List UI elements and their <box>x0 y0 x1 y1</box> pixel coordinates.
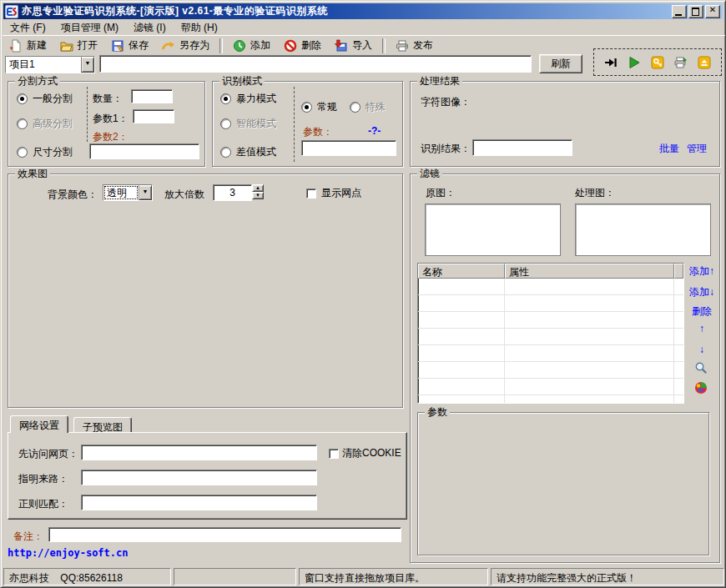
radio-icon <box>301 102 312 113</box>
run-icon[interactable] <box>628 56 641 69</box>
project-select[interactable]: 项目1 <box>5 56 95 73</box>
manage-link[interactable]: 管理 <box>687 142 707 156</box>
referer-label: 指明来路： <box>18 472 68 486</box>
minimize-button[interactable] <box>672 5 687 18</box>
step-into-icon[interactable] <box>604 56 618 69</box>
show-dots-checkbox[interactable]: 显示网点 <box>306 186 361 200</box>
visit-url-input[interactable] <box>81 445 317 460</box>
radio-size-split[interactable]: 尺寸分割 <box>17 145 73 159</box>
radio-diff-mode[interactable]: 差值模式 <box>220 145 276 159</box>
refresh-button[interactable]: 刷新 <box>539 54 582 73</box>
radio-icon <box>220 93 231 104</box>
recog-result-label: 识别结果： <box>421 142 471 156</box>
new-button[interactable]: 新建 <box>3 38 53 53</box>
table-row[interactable] <box>418 295 683 312</box>
eject-icon[interactable] <box>698 56 711 69</box>
save-as-icon <box>162 39 175 53</box>
bg-color-select[interactable]: 透明 <box>103 184 153 201</box>
recognition-mode-group: 识别模式 暴力模式 智能模式 差值模式 常规 特殊 参数： -?- <box>212 81 403 167</box>
filter-move-up-link[interactable]: ↑ <box>684 323 719 334</box>
spinner-down-icon[interactable] <box>252 192 264 199</box>
count-input[interactable] <box>131 89 173 103</box>
effect-title: 效果图 <box>15 168 50 179</box>
filter-add-down-link[interactable]: 添加↓ <box>684 285 719 299</box>
publish-button[interactable]: 发布 <box>389 38 440 53</box>
chevron-down-icon[interactable] <box>81 57 94 73</box>
param-help-link[interactable]: -?- <box>368 125 381 137</box>
open-button[interactable]: 打开 <box>53 38 104 53</box>
column-header-name[interactable]: 名称 <box>418 264 505 279</box>
search-icon[interactable] <box>694 361 708 374</box>
recog-result-input[interactable] <box>472 139 572 156</box>
publish-printer-icon <box>396 39 409 53</box>
toolbar-separator <box>382 38 386 53</box>
zoom-factor-stepper <box>252 184 264 199</box>
result-title: 处理结果 <box>417 75 462 87</box>
tab-network-settings[interactable]: 网络设置 <box>10 415 68 433</box>
save-button[interactable]: 保存 <box>104 38 155 53</box>
tab-sub-preview[interactable]: 子预览图 <box>73 417 132 433</box>
batch-link[interactable]: 批量 <box>659 142 679 156</box>
network-tab-control: 网络设置 子预览图 先访问网页： 清除COOKIE 指明来路： 正则匹配： <box>8 415 407 520</box>
table-row[interactable] <box>418 395 683 404</box>
table-row[interactable] <box>418 379 683 395</box>
table-row[interactable] <box>418 362 683 379</box>
app-window: 亦思专业验证码识别系统-[演示版] v2.61-最专业的验证码识别系统 文件 (… <box>0 0 726 588</box>
clear-cookie-checkbox[interactable]: 清除COOKIE <box>329 446 401 460</box>
radio-special[interactable]: 特殊 <box>350 100 386 114</box>
project-select-value: 项目1 <box>6 57 81 73</box>
chevron-down-icon[interactable] <box>139 185 152 200</box>
filter-delete-link[interactable]: 删除 <box>684 304 719 319</box>
column-header-attr[interactable]: 属性 <box>505 264 674 279</box>
original-image-box <box>425 204 561 256</box>
zoom-factor-input[interactable] <box>213 184 252 201</box>
close-button[interactable] <box>705 5 720 18</box>
radio-smart-mode[interactable]: 智能模式 <box>220 117 276 131</box>
url-input[interactable] <box>99 55 532 73</box>
filter-move-down-link[interactable]: ↓ <box>684 344 719 355</box>
app-logo-icon <box>5 5 18 18</box>
homepage-link[interactable]: http://enjoy-soft.cn <box>8 547 129 559</box>
table-row[interactable] <box>418 312 683 329</box>
param2-input[interactable] <box>89 143 199 159</box>
add-clock-icon <box>233 39 246 53</box>
menu-file[interactable]: 文件 (F) <box>3 19 53 37</box>
recognition-mode-title: 识别模式 <box>219 75 265 87</box>
title-bar[interactable]: 亦思专业验证码识别系统-[演示版] v2.61-最专业的验证码识别系统 <box>3 3 723 19</box>
effect-group: 效果图 背景颜色： 透明 放大倍数 显示网点 <box>8 173 403 408</box>
note-input[interactable] <box>48 527 401 542</box>
bg-color-label: 背景颜色： <box>48 188 98 202</box>
table-row[interactable] <box>418 329 683 345</box>
param1-input[interactable] <box>133 109 174 123</box>
save-as-button[interactable]: 另存为 <box>155 38 216 53</box>
delete-button[interactable]: 删除 <box>277 38 328 53</box>
recog-param-input[interactable] <box>301 140 396 156</box>
params-group: 参数 <box>417 412 709 555</box>
import-button[interactable]: 导入 <box>328 38 379 53</box>
toolbar-separator <box>219 38 223 53</box>
table-row[interactable] <box>418 279 683 295</box>
menu-filter[interactable]: 滤镜 (I) <box>126 19 174 37</box>
note-label: 备注： <box>13 530 43 544</box>
key-icon[interactable] <box>651 56 664 69</box>
radio-normal[interactable]: 常规 <box>301 100 337 114</box>
filter-add-up-link[interactable]: 添加↑ <box>684 264 719 279</box>
radio-advanced-split[interactable]: 高级分割 <box>17 117 73 131</box>
statusbar-company: 亦思科技 QQ:85626118 <box>3 568 171 585</box>
print-preview-icon[interactable] <box>674 56 688 69</box>
add-button[interactable]: 添加 <box>226 38 277 53</box>
maximize-button[interactable] <box>688 5 703 18</box>
radio-general-split[interactable]: 一般分割 <box>17 92 73 106</box>
spinner-up-icon[interactable] <box>252 184 264 192</box>
radio-icon <box>17 118 28 129</box>
menu-help[interactable]: 帮助 (H) <box>174 19 225 37</box>
regex-input[interactable] <box>81 495 317 510</box>
filter-table[interactable]: 名称 属性 <box>417 263 684 404</box>
menu-project-manage[interactable]: 项目管理 (M) <box>53 19 126 37</box>
radio-brute-mode[interactable]: 暴力模式 <box>220 92 276 106</box>
statusbar-empty <box>174 568 296 585</box>
result-group: 处理结果 字符图像： 识别结果： 批量 管理 <box>410 81 720 167</box>
referer-input[interactable] <box>81 470 317 485</box>
table-row[interactable] <box>418 345 683 362</box>
palette-icon[interactable] <box>694 381 708 395</box>
